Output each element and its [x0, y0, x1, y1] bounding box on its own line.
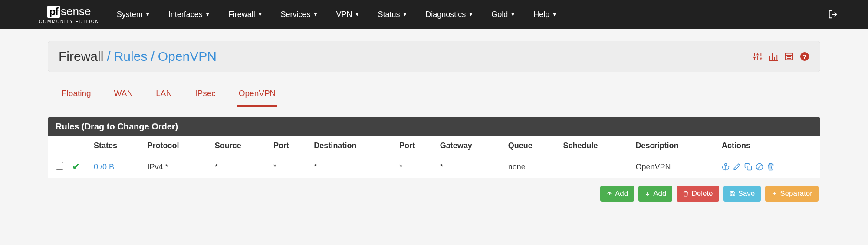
trash-icon[interactable]	[767, 163, 775, 171]
save-floppy-icon	[730, 191, 736, 197]
interface-tabs: Floating WAN LAN IPsec OpenVPN	[60, 84, 820, 107]
nav-firewall[interactable]: Firewall▼	[228, 10, 263, 19]
col-states: States	[89, 136, 143, 156]
chevron-down-icon: ▼	[468, 12, 473, 17]
breadcrumb-separator: /	[107, 49, 110, 64]
logo-pf: pf	[47, 6, 60, 18]
rules-table: States Protocol Source Port Destination …	[48, 136, 820, 178]
cell-schedule	[559, 156, 631, 178]
pass-check-icon: ✔	[72, 161, 80, 172]
tab-ipsec[interactable]: IPsec	[193, 84, 217, 107]
tab-wan[interactable]: WAN	[112, 84, 135, 107]
col-schedule: Schedule	[559, 136, 631, 156]
tab-openvpn[interactable]: OpenVPN	[237, 84, 278, 107]
breadcrumb-separator: /	[151, 49, 154, 64]
chevron-down-icon: ▼	[313, 12, 318, 17]
help-icon[interactable]: ?	[800, 52, 809, 61]
delete-button[interactable]: Delete	[677, 186, 719, 202]
col-gateway: Gateway	[436, 136, 504, 156]
nav-interfaces[interactable]: Interfaces▼	[168, 10, 210, 19]
copy-icon[interactable]	[744, 163, 752, 171]
nav-services[interactable]: Services▼	[281, 10, 318, 19]
nav-help[interactable]: Help▼	[533, 10, 557, 19]
breadcrumb-openvpn[interactable]: OpenVPN	[158, 49, 217, 64]
chevron-down-icon: ▼	[205, 12, 210, 17]
log-icon[interactable]	[784, 52, 794, 61]
separator-button[interactable]: Separator	[765, 186, 819, 202]
arrow-down-icon	[644, 191, 651, 197]
nav-gold[interactable]: Gold▼	[491, 10, 515, 19]
anchor-icon[interactable]	[722, 163, 730, 171]
tab-floating[interactable]: Floating	[60, 84, 93, 107]
add-bottom-button[interactable]: Add	[638, 186, 672, 202]
cell-sport: *	[269, 156, 309, 178]
chevron-down-icon: ▼	[402, 12, 407, 17]
rules-panel-title: Rules (Drag to Change Order)	[48, 117, 820, 136]
brand-logo[interactable]: pf sense COMMUNITY EDITION	[39, 5, 99, 24]
settings-sliders-icon[interactable]	[753, 52, 763, 61]
nav-system[interactable]: System▼	[117, 10, 150, 19]
col-source: Source	[210, 136, 269, 156]
logo-subtitle: COMMUNITY EDITION	[39, 19, 99, 24]
col-queue: Queue	[504, 136, 559, 156]
top-navbar: pf sense COMMUNITY EDITION System▼ Inter…	[0, 0, 868, 29]
tab-lan[interactable]: LAN	[154, 84, 174, 107]
chevron-down-icon: ▼	[552, 12, 557, 17]
logo-sense: sense	[61, 5, 91, 18]
chevron-down-icon: ▼	[510, 12, 515, 17]
cell-destination: *	[309, 156, 395, 178]
svg-line-25	[757, 165, 762, 169]
table-row[interactable]: ✔ 0 /0 B IPv4 * * * * * * none OpenVPN	[48, 156, 820, 178]
row-checkbox[interactable]	[56, 162, 63, 170]
cell-description: OpenVPN	[631, 156, 717, 178]
col-actions: Actions	[717, 136, 820, 156]
nav-diagnostics[interactable]: Diagnostics▼	[425, 10, 473, 19]
breadcrumb: Firewall / Rules / OpenVPN ?	[48, 41, 820, 72]
breadcrumb-rules[interactable]: Rules	[114, 49, 148, 64]
cell-protocol: IPv4 *	[143, 156, 210, 178]
col-protocol: Protocol	[143, 136, 210, 156]
save-button[interactable]: Save	[723, 186, 761, 202]
edit-pencil-icon[interactable]	[733, 163, 741, 171]
add-top-button[interactable]: Add	[600, 186, 634, 202]
nav-vpn[interactable]: VPN▼	[336, 10, 360, 19]
cell-gateway: *	[436, 156, 504, 178]
svg-point-21	[725, 164, 727, 166]
col-port: Port	[269, 136, 309, 156]
svg-rect-23	[747, 166, 752, 170]
col-description: Description	[631, 136, 717, 156]
bar-chart-icon[interactable]	[769, 52, 778, 61]
arrow-up-icon	[606, 191, 612, 197]
chevron-down-icon: ▼	[145, 12, 150, 17]
col-dport: Port	[395, 136, 435, 156]
svg-text:?: ?	[803, 53, 807, 60]
trash-icon	[683, 191, 689, 197]
plus-icon	[771, 191, 777, 197]
breadcrumb-root: Firewall	[59, 49, 103, 64]
cell-source: *	[210, 156, 269, 178]
states-link[interactable]: 0 /0 B	[94, 162, 114, 171]
col-destination: Destination	[309, 136, 395, 156]
chevron-down-icon: ▼	[258, 12, 263, 17]
logout-icon[interactable]	[828, 10, 855, 19]
action-button-row: Add Add Delete Save Separator	[48, 186, 820, 202]
cell-queue: none	[504, 156, 559, 178]
cell-dport: *	[395, 156, 435, 178]
disable-icon[interactable]	[756, 163, 763, 171]
chevron-down-icon: ▼	[355, 12, 360, 17]
nav-status[interactable]: Status▼	[378, 10, 407, 19]
